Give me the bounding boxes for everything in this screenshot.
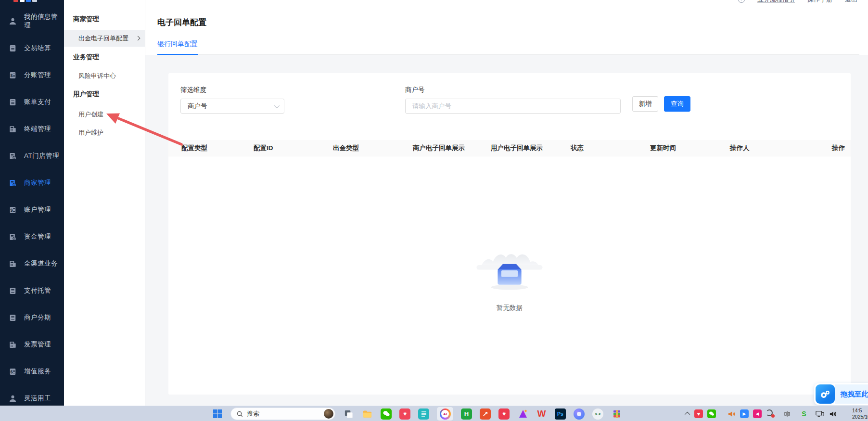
clock-date: 2025/10/2 (852, 414, 868, 420)
netdisk-icon[interactable] (816, 384, 835, 404)
lines-icon (421, 410, 427, 417)
doc-badge-icon (9, 152, 17, 160)
tray-audio-app-icon[interactable] (727, 409, 736, 418)
topbar-link-manual[interactable]: 操作手册 (807, 0, 832, 4)
wechat-icon[interactable] (381, 408, 392, 420)
sidebar-item-label: 商户分期 (24, 313, 51, 322)
select-value: 商户号 (188, 102, 274, 111)
doc-list-icon (9, 98, 17, 106)
tray-volume-icon[interactable] (829, 409, 837, 418)
file-explorer-icon[interactable] (362, 408, 373, 420)
photoshop-icon[interactable]: Ps (555, 408, 566, 420)
orange-app-icon[interactable] (480, 408, 491, 420)
folder-icon (362, 409, 372, 419)
add-button[interactable]: 新增 (632, 96, 658, 112)
brand-mark-icon (20, 0, 25, 2)
wps-icon[interactable]: W (536, 408, 547, 420)
column-header: 配置ID (254, 144, 333, 153)
tray-magenta-app-icon[interactable]: ◀ (753, 409, 762, 418)
submenu-item-user-maintain[interactable]: 用户维护 (64, 126, 145, 140)
tab-bar: 银行回单配置 (157, 39, 859, 55)
search-button[interactable]: 查询 (664, 96, 690, 112)
topbar-link-guide[interactable]: 业务流程指引 (757, 0, 795, 4)
sidebar-item-my-info[interactable]: 我的信息管理 (0, 8, 64, 35)
tray-wechat-icon[interactable] (707, 409, 716, 418)
merchant-no-input[interactable] (405, 99, 621, 114)
topbar: ? 业务流程指引 操作手册 退出 (145, 0, 868, 7)
submenu-nav: 商家管理 出金电子回单配置 业务管理 风险申诉中心 用户管理 用户创建 用户维护 (64, 0, 145, 406)
sidebar-item-terminal[interactable]: 终端管理 (0, 115, 64, 142)
clock-time: 14:5 (852, 408, 868, 414)
red-social-app-icon[interactable]: ♥ (399, 408, 410, 420)
sidebar-item-account-mgmt[interactable]: $ 账户管理 (0, 196, 64, 223)
sidebar-item-bill-pay[interactable]: 账单支付 (0, 89, 64, 115)
help-icon[interactable]: ? (738, 0, 745, 3)
sidebar-item-invoice-mgmt[interactable]: 发票管理 (0, 331, 64, 358)
sidebar-item-label: 账户管理 (24, 205, 51, 214)
doubao-app-icon[interactable]: >.< (592, 408, 603, 420)
column-header: 出金类型 (333, 144, 413, 153)
tab-bank-receipt-config[interactable]: 银行回单配置 (157, 40, 198, 55)
dollar-list-icon: $ (9, 71, 17, 79)
submenu-item-user-create[interactable]: 用户创建 (64, 107, 145, 122)
main-area: ? 业务流程指引 操作手册 退出 电子回单配置 银行回单配置 筛选维度 (145, 0, 868, 406)
wps-glyph: W (537, 408, 546, 419)
play-glyph: ▶ (743, 411, 746, 416)
ai-assistant-active[interactable]: AI (437, 407, 453, 421)
speaker-orange-icon (728, 410, 736, 418)
winrar-icon[interactable] (611, 408, 622, 420)
dollar-list-icon: $ (9, 368, 17, 376)
submenu-item-risk-appeal-center[interactable]: 风险申诉中心 (64, 69, 145, 83)
tray-sogou-icon[interactable]: S (800, 409, 808, 418)
tray-sync-icon[interactable] (766, 409, 775, 418)
speaker-icon (829, 410, 837, 418)
tray-expand-icon[interactable] (685, 412, 690, 417)
filter-dimension-select[interactable]: 商户号 (180, 99, 284, 114)
task-view-button[interactable] (343, 408, 354, 420)
column-header: 用户电子回单展示 (491, 144, 571, 153)
sidebar-item-funds-mgmt[interactable]: 资金管理 (0, 223, 64, 250)
sync-alert-dot (771, 414, 775, 418)
column-header: 操作 (810, 144, 851, 153)
sidebar-item-payment-trust[interactable]: 支付托管 (0, 277, 64, 304)
submenu-group-business: 业务管理 (64, 50, 145, 64)
filter-bar: 筛选维度 商户号 商户号 新增 查询 (168, 73, 851, 114)
column-header: 操作人 (730, 144, 810, 153)
doc-list-icon (9, 44, 17, 52)
taskbar-search[interactable]: 搜索 (230, 408, 335, 420)
tray-blue-app-icon[interactable]: ▶ (740, 409, 749, 418)
purple-a-app-icon[interactable] (517, 408, 528, 420)
submenu-item-label: 出金电子回单配置 (78, 30, 136, 47)
sidebar-item-trade-settle[interactable]: 交易结算 (0, 35, 64, 62)
topbar-link-logout[interactable]: 退出 (845, 0, 857, 4)
tray-heart-app-icon[interactable]: ♥ (694, 409, 703, 418)
tray-input-method-icon[interactable] (783, 409, 791, 418)
person-icon (9, 395, 17, 403)
taskbar-clock[interactable]: 14:5 2025/10/2 (852, 408, 868, 420)
tray-cast-icon[interactable] (816, 409, 824, 418)
heart-glyph: ♥ (403, 410, 407, 417)
submenu-item-withdraw-receipt-config[interactable]: 出金电子回单配置 (64, 30, 145, 47)
search-highlight-photo[interactable] (324, 409, 333, 419)
sidebar-item-merchant-installment[interactable]: 商户分期 (0, 304, 64, 331)
brand-logo-clipped (13, 0, 52, 2)
browser-app-icon[interactable] (574, 408, 585, 420)
notes-app-icon[interactable] (418, 408, 429, 420)
netdisk-drop-widget[interactable]: 拖拽至此上传 (814, 383, 868, 405)
sidebar-item-value-added[interactable]: $ 增值服务 (0, 358, 64, 385)
search-icon (237, 411, 243, 417)
s-glyph: S (802, 410, 806, 418)
sidebar-item-at-store[interactable]: AT门店管理 (0, 142, 64, 169)
taskbar: 搜索 ♥ (0, 406, 868, 421)
h-dev-app-icon[interactable]: H (461, 408, 472, 420)
content-region: 筛选维度 商户号 商户号 新增 查询 (145, 55, 868, 406)
sidebar-item-merchant-mgmt[interactable]: 商家管理 (0, 169, 64, 196)
sidebar-item-ledger[interactable]: $ 分账管理 (0, 62, 64, 89)
sidebar-item-label: 资金管理 (24, 232, 51, 241)
start-button[interactable] (212, 408, 223, 420)
sidebar-item-omni-channel[interactable]: 全渠道业务 (0, 250, 64, 277)
sidebar-item-flexible-work[interactable]: 灵活用工 (0, 385, 64, 406)
heart-app-icon[interactable]: ♥ (498, 408, 510, 420)
ai-glyph: AI (441, 410, 449, 418)
terminal-icon (9, 341, 17, 349)
